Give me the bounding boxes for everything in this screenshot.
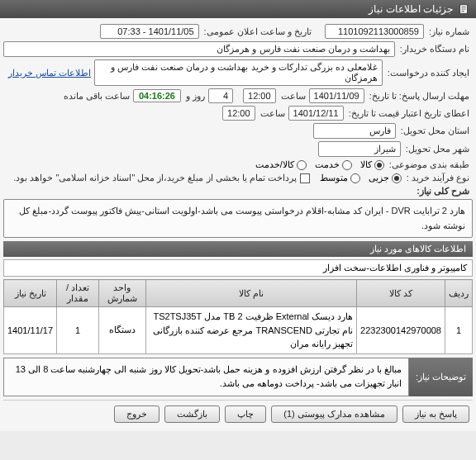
radio-partial-label: جزیی [369,173,389,183]
radio-dot-icon [392,173,402,183]
cell-unit: دستگاه [98,307,145,354]
radio-goods-label: کالا [360,159,372,170]
description-box: هارد 2 ترابایت DVR - ایران کد مشابه-اقلا… [3,199,473,238]
province-label: استان محل تحویل: [396,126,473,136]
footer: پاسخ به نیاز مشاهده مدارک پیوستی (1) چاپ… [3,400,473,428]
cell-row: 1 [445,307,473,354]
validity-time-field: 12:00 [222,106,255,121]
print-button[interactable]: چاپ [225,405,266,423]
classification-label: طبقه بندی موضوعی: [384,159,473,170]
radio-goods-service-label: کالا/خدمت [255,159,294,170]
back-button[interactable]: بازگشت [164,405,220,423]
notes-row: توضیحات نیاز: مبالغ با در نظر گرفتن ارزش… [3,358,473,396]
deadline-date-field: 1401/11/09 [309,88,364,103]
buyer-label: نام دستگاه خریدار: [395,44,473,55]
radio-goods[interactable]: کالا [360,159,384,170]
col-row: ردیف [445,280,473,307]
days-field: 4 [208,88,233,103]
radio-dot-icon [374,160,384,170]
remaining-label: ساعت باقی مانده [59,91,133,102]
treasury-checkbox[interactable] [300,173,310,183]
table-header-row: ردیف کد کالا نام کالا واحد شمارش تعداد /… [4,280,473,307]
goods-section-bar: اطلاعات کالاهای مورد نیاز [3,241,473,257]
reply-button[interactable]: پاسخ به نیاز [402,405,469,423]
buyer-field: بهداشت و درمان صنعت نفت فارس و هرمزگان [3,41,395,57]
col-name: نام کالا [145,280,356,307]
deadline-time-field: 12:00 [243,88,276,103]
validity-date-field: 1401/12/11 [288,106,344,121]
cell-code: 2232300142970008 [357,307,445,354]
window: جزئیات اطلاعات نیاز شماره نیاز: 11010921… [0,0,476,431]
validity-label: اعطای تاریخ اعتبار قیمت تا تاریخ: [344,108,473,119]
cell-qty: 1 [57,307,99,354]
creator-field: غلامعلی ده بزرگی تدارکات و خرید بهداشت و… [94,59,383,86]
goods-category: کامپیوتر و فناوری اطلاعات-سخت افزار [3,259,473,277]
content: شماره نیاز: 1101092113000859 تاریخ و ساع… [0,18,476,431]
col-qty: تعداد / مقدار [57,280,99,307]
days-label: روز و [181,91,208,102]
announce-label: تاریخ و ساعت اعلان عمومی: [199,26,315,37]
time-label-1: ساعت [276,91,309,102]
radio-empty-icon [350,173,360,183]
process-group: جزیی متوسط [320,173,402,183]
view-docs-button[interactable]: مشاهده مدارک پیوستی (1) [271,405,397,423]
col-date: تاریخ نیاز [4,280,57,307]
process-label: نوع فرآیند خرید : [402,173,473,183]
titlebar: جزئیات اطلاعات نیاز [0,0,476,18]
cell-date: 1401/11/17 [4,307,57,354]
time-label-2: ساعت [255,108,288,119]
classification-group: کالا خدمت کالا/خدمت [255,159,384,170]
radio-medium[interactable]: متوسط [320,173,360,183]
table-row[interactable]: 1 2232300142970008 هارد دیسک External ظر… [4,307,473,354]
notes-label: توضیحات نیاز: [409,358,473,396]
remaining-time: 04:16:26 [133,89,181,102]
radio-goods-service[interactable]: کالا/خدمت [255,159,307,170]
radio-service-label: خدمت [315,159,340,170]
province-field: فارس [313,123,396,139]
doc-icon [458,3,469,15]
exit-button[interactable]: خروج [114,405,159,423]
cell-name: هارد دیسک External ظرفیت TB 2 مدل TS2TSJ… [145,307,356,354]
description-title: شرح کلی نیاز: [412,186,473,197]
radio-empty-icon [342,160,352,170]
treasury-note: پرداخت تمام یا بخشی از مبلغ خرید،از محل … [8,173,300,183]
radio-medium-label: متوسط [320,173,348,183]
radio-service[interactable]: خدمت [315,159,352,170]
city-label: شهر محل تحویل: [401,144,473,154]
need-no-label: شماره نیاز: [424,26,473,37]
announce-field: 1401/11/05 - 07:33 [100,24,199,39]
city-field: شیراز [318,141,401,157]
deadline-label: مهلت ارسال پاسخ: تا تاریخ: [364,91,473,102]
notes-body: مبالغ با در نظر گرفتن ارزش افزوده و هزین… [3,358,409,396]
contact-link[interactable]: اطلاعات تماس خریدار [3,68,94,78]
radio-empty-icon [297,160,307,170]
window-title: جزئیات اطلاعات نیاز [369,3,453,15]
need-no-field: 1101092113000859 [325,24,424,39]
goods-table: ردیف کد کالا نام کالا واحد شمارش تعداد /… [3,279,473,354]
col-unit: واحد شمارش [98,280,145,307]
radio-partial[interactable]: جزیی [369,173,402,183]
creator-label: ایجاد کننده درخواست: [383,68,473,78]
col-code: کد کالا [357,280,445,307]
